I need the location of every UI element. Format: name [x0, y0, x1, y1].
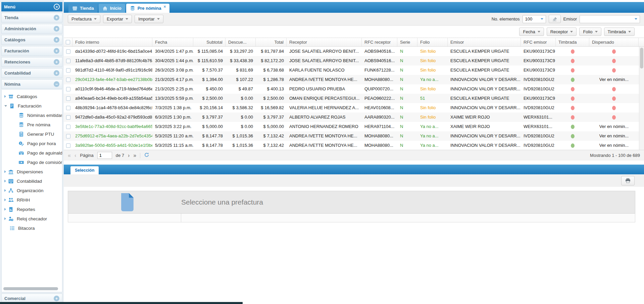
sidebar-section-retenciones[interactable]: Retenciones+: [1, 57, 62, 67]
row-checkbox[interactable]: [66, 78, 70, 82]
expand-section-icon[interactable]: +: [54, 26, 59, 32]
toolbar-button-prefactura[interactable]: Prefactura: [68, 15, 100, 23]
column-header-total[interactable]: Total: [256, 38, 287, 46]
filter-button-receptor[interactable]: Receptor: [547, 28, 577, 36]
column-header-descue[interactable]: Descue...: [226, 38, 256, 46]
collapse-sidebar-icon[interactable]: «: [54, 4, 60, 10]
tree-item-pago-de-aguinaldo[interactable]: $Pago de aguinaldo: [2, 148, 62, 158]
arrow-collapsed-icon[interactable]: [4, 208, 6, 211]
table-row[interactable]: 11afe8a3-ddf4-4b85-87d9-88120fc4b76a30/4…: [64, 56, 644, 66]
sidebar-section-contabilidad[interactable]: Contabilidad+: [1, 68, 62, 78]
column-header-folio[interactable]: Folio: [417, 38, 448, 46]
table-row[interactable]: 981df7d2-4110-463f-9af0-d91c1f916c9826/3…: [64, 66, 644, 75]
dispersado-link[interactable]: Ver en nómin...: [589, 75, 639, 84]
row-checkbox[interactable]: [66, 49, 70, 54]
page-size-input[interactable]: [525, 16, 539, 21]
column-header-serie[interactable]: Serie: [397, 38, 417, 46]
sidebar-section-nomina[interactable]: Nómina −: [1, 79, 62, 89]
table-row[interactable]: 48b39294-1ca4-4678-b534-de84c82f6cfe7/3/…: [64, 103, 644, 113]
sidebar-horizontal-scrollbar[interactable]: [3, 287, 60, 290]
tab-seleccion[interactable]: Selección: [70, 166, 99, 174]
row-checkbox[interactable]: [66, 143, 70, 148]
arrow-expanded-icon[interactable]: [4, 105, 7, 107]
tree-item-generar-ptu[interactable]: Generar PTU: [2, 129, 62, 139]
tab-pre-nomina[interactable]: Pre nómina×: [126, 4, 170, 13]
tree-item-pre-nomina[interactable]: Pre nómina: [2, 120, 62, 129]
column-header-fecha[interactable]: Fecha: [152, 38, 193, 46]
filter-button-timbrada[interactable]: Timbrada: [604, 28, 635, 36]
tree-item-contabilidad[interactable]: Contabilidad: [2, 176, 62, 186]
table-row[interactable]: 29c04123-fa4e-44e7-b3ab-ee27138b0b3921/3…: [64, 75, 644, 84]
column-header-timbrada[interactable]: Timbrada: [556, 38, 589, 46]
column-header-subtotal[interactable]: Subtotal: [193, 38, 226, 46]
tree-item-bitacora[interactable]: Bitacora: [2, 223, 62, 233]
arrow-collapsed-icon[interactable]: [4, 170, 6, 173]
tab-inicio[interactable]: Inicio: [99, 4, 125, 13]
column-header-dispersado[interactable]: Dispersado: [589, 38, 639, 46]
column-header-rfc-emisor[interactable]: RFC emisor: [521, 38, 556, 46]
expand-section-icon[interactable]: +: [54, 48, 59, 54]
expand-section-icon[interactable]: +: [54, 15, 59, 20]
cell-folio-interno[interactable]: 275d6912-e75a-4aea-a22b-2d7e5c4354d1: [72, 131, 152, 141]
print-button[interactable]: [621, 176, 635, 185]
tree-item-dispersiones[interactable]: Dispersiones: [2, 167, 62, 176]
tree-item-pago-de-comision[interactable]: Pago de comisión: [2, 158, 62, 167]
page-size-combo[interactable]: [523, 15, 546, 23]
collapse-section-icon[interactable]: −: [54, 81, 59, 87]
table-row[interactable]: 9472dfe0-da9a-45c0-92a2-879d593cd8566/3/…: [64, 113, 644, 122]
column-header-receptor[interactable]: Receptor: [287, 38, 362, 46]
clear-filters-button[interactable]: [549, 15, 561, 23]
filter-button-folio[interactable]: Folio: [579, 28, 601, 36]
row-checkbox[interactable]: [66, 96, 70, 101]
close-icon[interactable]: ×: [163, 4, 166, 9]
tab-tienda[interactable]: Tienda: [68, 4, 98, 13]
arrow-collapsed-icon[interactable]: [4, 217, 6, 220]
row-checkbox[interactable]: [66, 87, 70, 91]
sidebar-section-administracion[interactable]: Administración+: [1, 24, 62, 34]
arrow-collapsed-icon[interactable]: [4, 95, 6, 98]
toolbar-button-importar[interactable]: Importar: [135, 15, 163, 23]
first-page-button[interactable]: «: [68, 153, 71, 159]
vertical-scrollbar[interactable]: [639, 47, 644, 150]
next-page-button[interactable]: ›: [128, 153, 130, 159]
arrow-collapsed-icon[interactable]: [4, 189, 6, 192]
tree-item-catalogos[interactable]: Catálogos: [2, 92, 62, 101]
row-checkbox[interactable]: [66, 134, 70, 138]
row-checkbox[interactable]: [66, 125, 70, 129]
table-row[interactable]: 3e5fde1c-77a3-408d-92cc-babf9e4a665a5/3/…: [64, 122, 644, 131]
page-input[interactable]: [97, 152, 112, 159]
tree-item-reportes[interactable]: Reportes: [2, 205, 62, 214]
arrow-collapsed-icon[interactable]: [4, 180, 6, 182]
dispersado-link[interactable]: Ver en nómin...: [589, 141, 639, 150]
table-row[interactable]: a0110c9f-9b46-46de-a719-fdded764d6e821/3…: [64, 84, 644, 94]
expand-section-icon[interactable]: +: [54, 70, 59, 76]
table-row[interactable]: 3a982fae-500d-4b55-a4d1-92de1e1f3be05/3/…: [64, 141, 644, 150]
emisor-combo[interactable]: [580, 15, 640, 23]
table-row[interactable]: a940eae5-bc34-49eb-bc49-a155b54aa52b13/3…: [64, 94, 644, 103]
row-checkbox[interactable]: [66, 106, 70, 110]
last-page-button[interactable]: »: [133, 153, 136, 159]
filter-button-fecha[interactable]: Fecha: [519, 28, 544, 36]
row-checkbox[interactable]: [66, 115, 70, 120]
prev-page-button[interactable]: ‹: [75, 153, 76, 159]
tree-item-rrhh[interactable]: RRHH: [2, 195, 62, 205]
expand-section-icon[interactable]: +: [54, 37, 59, 43]
cell-folio-interno[interactable]: 3e5fde1c-77a3-408d-92cc-babf9e4a665a: [72, 122, 152, 131]
column-header-rfc-receptor[interactable]: RFC receptor: [362, 38, 397, 46]
sidebar-section-catalogos[interactable]: Catálogos+: [1, 35, 62, 45]
table-row[interactable]: da14339d-d072-46fd-819c-6bd15a0ce42c30/4…: [64, 47, 644, 56]
tree-item-reloj-checador[interactable]: Reloj checador: [2, 214, 62, 223]
dispersado-link[interactable]: Ver en nómin...: [589, 122, 639, 131]
tree-item-organizacion[interactable]: Organización: [2, 186, 62, 195]
column-header-emisor[interactable]: Emisor: [448, 38, 521, 46]
cell-folio-interno[interactable]: 3a982fae-500d-4b55-a4d1-92de1e1f3be0: [72, 141, 152, 150]
dispersado-link[interactable]: Ver en nómin...: [589, 131, 639, 141]
column-header-folio-interno[interactable]: Folio interno: [72, 38, 152, 46]
row-checkbox[interactable]: [66, 59, 70, 63]
toolbar-button-exportar[interactable]: Exportar: [103, 15, 132, 23]
sidebar-section-tienda[interactable]: Tienda+: [1, 13, 62, 23]
refresh-button[interactable]: [144, 152, 149, 159]
cell-folio-interno[interactable]: 29c04123-fa4e-44e7-b3ab-ee27138b0b39: [72, 75, 152, 84]
tree-item-facturacion[interactable]: Facturación: [2, 101, 62, 111]
sidebar-section-facturacion[interactable]: Facturación+: [1, 46, 62, 56]
